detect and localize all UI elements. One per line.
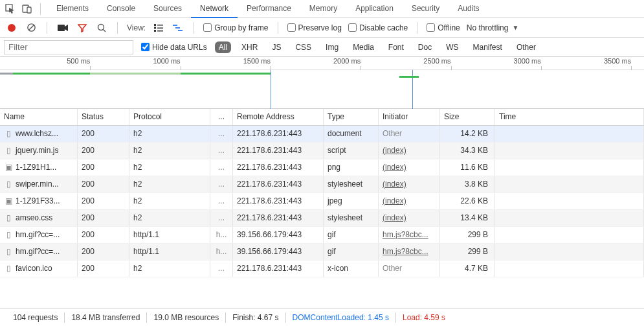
col-size[interactable]: Size <box>440 109 495 125</box>
request-type-filters: AllXHRJSCSSImgMediaFontDocWSManifestOthe… <box>215 41 540 53</box>
type-filter-font[interactable]: Font <box>384 41 408 53</box>
table-row[interactable]: ▯amseo.css200h2...221.178.6.231:443style… <box>0 210 644 227</box>
preserve-log-label: Preserve log <box>298 23 342 32</box>
type-filter-js[interactable]: JS <box>268 41 285 53</box>
svg-rect-12 <box>154 30 156 32</box>
col-initiator[interactable]: Initiator <box>379 109 440 125</box>
file-icon: ▣ <box>4 196 13 205</box>
view-list-icon[interactable] <box>152 21 165 34</box>
filter-icon[interactable] <box>76 21 89 34</box>
view-label: View: <box>127 23 146 32</box>
type-filter-ws[interactable]: WS <box>442 41 462 53</box>
type-filter-doc[interactable]: Doc <box>414 41 436 53</box>
initiator-link[interactable]: hm.js?8cbc... <box>383 247 428 256</box>
tab-console[interactable]: Console <box>98 0 144 18</box>
tab-performance[interactable]: Performance <box>238 0 300 18</box>
col-name[interactable]: Name <box>0 109 78 125</box>
cell-more: ... <box>210 193 233 209</box>
cell-protocol: h2 <box>129 261 210 277</box>
view-waterfall-icon[interactable] <box>172 21 184 34</box>
status-bar: 104 requests 18.4 MB transferred 19.0 MB… <box>0 308 644 326</box>
table-row[interactable]: ▯www.lchsz...200h2...221.178.6.231:443do… <box>0 126 644 143</box>
cell-time <box>495 210 644 226</box>
table-row[interactable]: ▯swiper.min...200h2...221.178.6.231:443s… <box>0 176 644 193</box>
cell-more: ... <box>210 143 233 159</box>
device-toggle-icon[interactable] <box>21 3 34 16</box>
type-filter-xhr[interactable]: XHR <box>238 41 261 53</box>
cell-type: jpeg <box>324 193 379 209</box>
table-row[interactable]: ▯favicon.ico200h2...221.178.6.231:443x-i… <box>0 261 644 277</box>
cell-type: png <box>324 159 379 176</box>
search-icon[interactable] <box>95 21 108 34</box>
initiator-link[interactable]: (index) <box>383 180 406 189</box>
tab-application[interactable]: Application <box>346 0 403 18</box>
file-icon: ▯ <box>4 230 13 239</box>
tab-memory[interactable]: Memory <box>300 0 346 18</box>
timeline-tick-label: 1000 ms <box>153 57 180 65</box>
inspect-icon[interactable] <box>4 3 17 16</box>
col-time[interactable]: Time <box>495 109 644 125</box>
cell-type: gif <box>324 244 379 260</box>
preserve-log-checkbox[interactable]: Preserve log <box>287 23 342 32</box>
col-address[interactable]: Remote Address <box>233 109 324 125</box>
throttling-select[interactable]: No throttling▼ <box>467 23 519 32</box>
tab-elements[interactable]: Elements <box>47 0 98 18</box>
col-protocol[interactable]: Protocol <box>129 109 210 125</box>
type-filter-css[interactable]: CSS <box>291 41 315 53</box>
cell-address: 221.178.6.231:443 <box>233 143 324 159</box>
table-row[interactable]: ▣1-1Z91F33...200h2...221.178.6.231:443jp… <box>0 193 644 210</box>
cell-size: 34.3 KB <box>440 143 495 159</box>
tab-audits[interactable]: Audits <box>449 0 488 18</box>
cell-size: 13.4 KB <box>440 210 495 226</box>
col-status[interactable]: Status <box>78 109 129 125</box>
svg-rect-11 <box>157 27 163 29</box>
cell-protocol: h2 <box>129 210 210 226</box>
type-filter-img[interactable]: Img <box>322 41 342 53</box>
cell-address: 39.156.66.179:443 <box>233 244 324 260</box>
col-type[interactable]: Type <box>324 109 379 125</box>
table-row[interactable]: ▯hm.gif?cc=...200http/1.1h...39.156.66.1… <box>0 244 644 261</box>
separator <box>117 22 118 34</box>
table-row[interactable]: ▯hm.gif?cc=...200http/1.1h...39.156.66.1… <box>0 227 644 244</box>
col-more[interactable]: ... <box>210 109 233 125</box>
tab-network[interactable]: Network <box>191 0 238 18</box>
tab-security[interactable]: Security <box>403 0 449 18</box>
cell-initiator: Other <box>379 261 440 277</box>
cell-time <box>495 227 644 243</box>
tab-sources[interactable]: Sources <box>144 0 191 18</box>
file-icon: ▯ <box>4 247 13 256</box>
record-button[interactable] <box>5 21 18 34</box>
initiator-link[interactable]: (index) <box>383 213 406 222</box>
cell-time <box>495 143 644 159</box>
initiator-link[interactable]: (index) <box>383 196 406 205</box>
table-row[interactable]: ▣1-1Z91H1...200h2...221.178.6.231:443png… <box>0 159 644 176</box>
hide-data-urls-checkbox[interactable]: Hide data URLs <box>141 43 207 52</box>
cell-address: 221.178.6.231:443 <box>233 261 324 277</box>
cell-initiator: (index) <box>379 159 440 176</box>
cell-initiator: hm.js?8cbc... <box>379 244 440 260</box>
initiator-link[interactable]: (index) <box>383 163 406 172</box>
type-filter-other[interactable]: Other <box>513 41 540 53</box>
type-filter-all[interactable]: All <box>215 41 231 53</box>
svg-rect-10 <box>154 27 156 29</box>
disable-cache-checkbox[interactable]: Disable cache <box>348 23 408 32</box>
table-row[interactable]: ▯jquery.min.js200h2...221.178.6.231:443s… <box>0 143 644 159</box>
group-by-frame-checkbox[interactable]: Group by frame <box>203 23 268 32</box>
type-filter-manifest[interactable]: Manifest <box>469 41 506 53</box>
timeline-overview[interactable]: 500 ms1000 ms1500 ms2000 ms2500 ms3000 m… <box>0 57 644 109</box>
offline-checkbox[interactable]: Offline <box>427 23 460 32</box>
filter-input[interactable] <box>4 40 133 54</box>
camera-icon[interactable] <box>56 21 69 34</box>
initiator-link[interactable]: hm.js?8cbc... <box>383 230 428 239</box>
cell-more: h... <box>210 244 233 260</box>
cell-address: 221.178.6.231:443 <box>233 126 324 142</box>
cell-address: 39.156.66.179:443 <box>233 227 324 243</box>
cell-size: 299 B <box>440 244 495 260</box>
cell-address: 221.178.6.231:443 <box>233 159 324 176</box>
initiator-link[interactable]: (index) <box>383 146 406 155</box>
type-filter-media[interactable]: Media <box>349 41 378 53</box>
cell-type: stylesheet <box>324 176 379 192</box>
cell-address: 221.178.6.231:443 <box>233 210 324 226</box>
cell-time <box>495 159 644 176</box>
clear-icon[interactable] <box>25 21 38 34</box>
